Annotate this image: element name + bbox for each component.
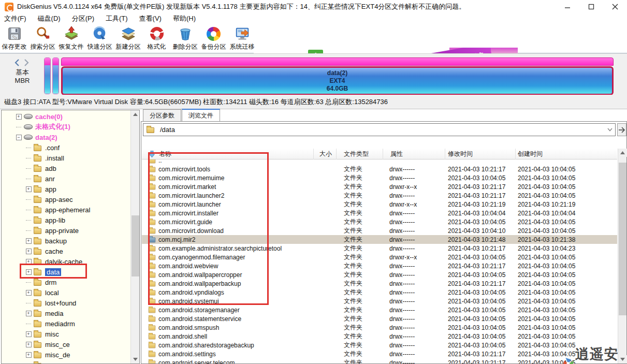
file-row[interactable]: com.android.webview文件夹drwx------2021-04-… bbox=[142, 261, 617, 270]
file-row[interactable]: com.microvirt.memuime文件夹drwx------2021-0… bbox=[142, 173, 617, 182]
partition-strip[interactable] bbox=[61, 57, 614, 66]
file-row[interactable]: com.android.sharedstoragebackup文件夹drwx--… bbox=[142, 341, 617, 350]
tree-item-partial[interactable] bbox=[2, 360, 130, 363]
file-row[interactable]: com.android.shell文件夹drwx------2021-04-03… bbox=[142, 332, 617, 341]
file-row[interactable]: com.android.wallpapercropper文件夹drwx-----… bbox=[142, 270, 617, 279]
system-migrate-button[interactable]: 系统迁移 bbox=[228, 24, 256, 53]
tree-item-local[interactable]: +local bbox=[2, 287, 130, 298]
expand-icon[interactable]: + bbox=[26, 238, 32, 244]
path-bar[interactable]: /data bbox=[143, 123, 616, 136]
save-changes-button[interactable]: 保存更改 bbox=[0, 24, 28, 53]
tree-item-misc_ce[interactable]: +misc_ce bbox=[2, 339, 130, 350]
backup-partition-button[interactable]: 备份分区 bbox=[199, 24, 228, 53]
menu-view[interactable]: 查看(V) bbox=[139, 14, 168, 23]
file-row[interactable]: com.cyanogenmod.filemanager文件夹drwxr-x--x… bbox=[142, 253, 617, 261]
partition-sliver-cache[interactable] bbox=[44, 57, 51, 94]
tree-item-.install[interactable]: .install bbox=[2, 153, 130, 163]
nav-left-icon[interactable] bbox=[13, 59, 21, 67]
expand-icon[interactable]: + bbox=[26, 259, 32, 265]
file-row[interactable]: com.android.statementservice文件夹drwx-----… bbox=[142, 314, 617, 323]
partition-block-data[interactable]: data(2) EXT4 64.0GB bbox=[61, 66, 614, 95]
quick-partition-button[interactable]: 快速分区 bbox=[85, 24, 114, 53]
tree-item-.conf[interactable]: .conf bbox=[2, 142, 130, 153]
tree-item-app-ephemeral[interactable]: app-ephemeral bbox=[2, 205, 130, 215]
path-go-button[interactable] bbox=[617, 123, 626, 136]
file-row[interactable]: com.microvirt.installer文件夹drwx------2021… bbox=[142, 209, 617, 217]
file-row[interactable]: com.microvirt.market文件夹drwxr-x--x2021-04… bbox=[142, 182, 617, 191]
file-row[interactable]: com.microvirt.launcher2文件夹drwx------2021… bbox=[142, 191, 617, 200]
tree-item-drm[interactable]: drm bbox=[2, 277, 130, 287]
menu-partition[interactable]: 分区(P) bbox=[72, 14, 100, 23]
file-scroll-up-icon[interactable] bbox=[618, 149, 627, 157]
tree-scrollbar[interactable] bbox=[130, 110, 139, 363]
partition-sliver-unformatted[interactable] bbox=[52, 57, 59, 94]
tree-item-misc[interactable]: +misc bbox=[2, 329, 130, 339]
tree-item-mediadrm[interactable]: mediadrm bbox=[2, 318, 130, 329]
tree-item-data(2)[interactable]: −data(2) bbox=[2, 132, 130, 142]
file-row[interactable]: com.example.administrator.searchpicturet… bbox=[142, 244, 617, 253]
tab-partition-parameters[interactable]: 分区参数 bbox=[143, 109, 181, 121]
file-row[interactable]: com.microvirt.tools文件夹drwx------2021-04-… bbox=[142, 165, 617, 173]
expand-icon[interactable]: + bbox=[16, 114, 22, 120]
nav-right-icon[interactable] bbox=[23, 59, 30, 67]
menu-help[interactable]: 帮助(H) bbox=[173, 14, 202, 23]
tree-item-misc_de[interactable]: +misc_de bbox=[2, 350, 130, 360]
header-attr[interactable]: 属性 bbox=[383, 149, 445, 159]
tree-item-app[interactable]: +app bbox=[2, 184, 130, 194]
menu-tools[interactable]: 工具(T) bbox=[106, 14, 134, 23]
file-row[interactable]: com.android.smspush文件夹drwx------2021-04-… bbox=[142, 323, 617, 332]
tree-item-lost+found[interactable]: lost+found bbox=[2, 298, 130, 308]
minimize-button[interactable] bbox=[556, 0, 579, 13]
tree-item-anr[interactable]: anr bbox=[2, 173, 130, 184]
header-modified[interactable]: 修改时间 bbox=[445, 149, 516, 159]
header-created[interactable]: 创建时间 bbox=[516, 149, 617, 159]
file-row[interactable]: .. bbox=[142, 159, 617, 165]
tree-item-adb[interactable]: adb bbox=[2, 163, 130, 173]
tree-item-app-private[interactable]: app-private bbox=[2, 225, 130, 236]
tree-scroll-up-icon[interactable] bbox=[131, 110, 140, 119]
file-row[interactable]: com.android.systemui文件夹drwx------2021-04… bbox=[142, 297, 617, 305]
tree-item-未格式化(1)[interactable]: 未格式化(1) bbox=[2, 122, 130, 132]
file-row[interactable]: com.microvirt.download文件夹drwx------2021-… bbox=[142, 226, 617, 235]
header-size[interactable]: 大小 bbox=[314, 149, 337, 159]
file-row[interactable]: com.android.settings文件夹drwx------2021-04… bbox=[142, 350, 617, 358]
header-type[interactable]: 文件类型 bbox=[337, 149, 383, 159]
tree-scroll-down-icon[interactable] bbox=[131, 355, 140, 363]
expand-icon[interactable]: + bbox=[26, 311, 32, 316]
menu-disk[interactable]: 磁盘(D) bbox=[38, 14, 67, 23]
search-partition-button[interactable]: 搜索分区 bbox=[28, 24, 57, 53]
menu-file[interactable]: 文件(F) bbox=[4, 14, 33, 23]
tree-item-cache[interactable]: +cache bbox=[2, 246, 130, 256]
tree-item-app-lib[interactable]: app-lib bbox=[2, 215, 130, 225]
file-row[interactable]: com.android.server.telecom文件夹drwx------2… bbox=[142, 358, 617, 363]
file-row[interactable]: com.android.wallpaperbackup文件夹drwx------… bbox=[142, 279, 617, 288]
format-button[interactable]: 格式化 bbox=[142, 24, 171, 53]
tree-item-cache(0)[interactable]: +cache(0) bbox=[2, 111, 130, 122]
file-row[interactable]: com.android.storagemanager文件夹drwx------2… bbox=[142, 305, 617, 314]
expand-icon[interactable]: + bbox=[26, 290, 32, 296]
path-dropdown-icon[interactable] bbox=[605, 128, 615, 132]
tree-item-backup[interactable]: +backup bbox=[2, 236, 130, 246]
file-list-scrollbar[interactable] bbox=[618, 149, 626, 363]
file-row[interactable]: com.android.vpndialogs文件夹drwx------2021-… bbox=[142, 288, 617, 297]
header-name[interactable]: 名称 bbox=[142, 149, 314, 159]
expand-icon[interactable]: + bbox=[26, 342, 32, 347]
file-row[interactable]: com.mcj.mir2文件夹drwx------2021-04-03 10:2… bbox=[142, 235, 617, 244]
new-partition-button[interactable]: 新建分区 bbox=[114, 24, 142, 53]
expand-icon[interactable]: + bbox=[26, 269, 32, 275]
tree-item-app-asec[interactable]: app-asec bbox=[2, 194, 130, 205]
tree-item-dalvik-cache[interactable]: +dalvik-cache bbox=[2, 256, 130, 267]
expand-icon[interactable]: + bbox=[26, 186, 32, 192]
collapse-icon[interactable]: − bbox=[16, 135, 22, 140]
tab-browse-files[interactable]: 浏览文件 bbox=[182, 109, 220, 121]
expand-icon[interactable]: + bbox=[26, 249, 32, 254]
recover-files-button[interactable]: 恢复文件 bbox=[57, 24, 85, 53]
file-row[interactable]: com.microvirt.launcher文件夹drwxr-x--x2021-… bbox=[142, 200, 617, 209]
tree-item-media[interactable]: +media bbox=[2, 308, 130, 318]
tree-item-data[interactable]: +data bbox=[2, 267, 130, 277]
tree-scroll-thumb[interactable] bbox=[132, 215, 139, 276]
maximize-button[interactable] bbox=[579, 0, 603, 13]
delete-partition-button[interactable]: 删除分区 bbox=[171, 24, 199, 53]
expand-icon[interactable]: + bbox=[26, 331, 32, 337]
file-scroll-thumb[interactable] bbox=[619, 163, 626, 315]
